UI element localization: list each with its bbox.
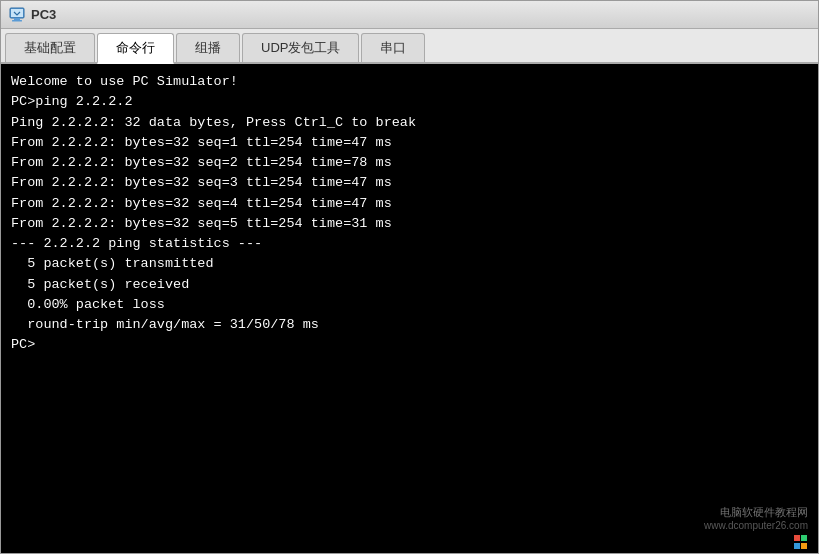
- terminal-wrapper: Welcome to use PC Simulator!PC>ping 2.2.…: [1, 64, 818, 553]
- terminal-line: 0.00% packet loss: [11, 295, 808, 315]
- tab-bar: 基础配置 命令行 组播 UDP发包工具 串口: [1, 29, 818, 64]
- terminal-line: From 2.2.2.2: bytes=32 seq=2 ttl=254 tim…: [11, 153, 808, 173]
- terminal-line: --- 2.2.2.2 ping statistics ---: [11, 234, 808, 254]
- terminal-output[interactable]: Welcome to use PC Simulator!PC>ping 2.2.…: [1, 64, 818, 553]
- terminal-line: PC>: [11, 335, 808, 355]
- terminal-line: 5 packet(s) received: [11, 275, 808, 295]
- title-bar: PC3: [1, 1, 818, 29]
- tab-udp-tool[interactable]: UDP发包工具: [242, 33, 359, 62]
- terminal-line: 5 packet(s) transmitted: [11, 254, 808, 274]
- tab-multicast[interactable]: 组播: [176, 33, 240, 62]
- window-title: PC3: [31, 7, 56, 22]
- computer-icon: [9, 7, 25, 23]
- terminal-line: PC>ping 2.2.2.2: [11, 92, 808, 112]
- main-window: PC3 基础配置 命令行 组播 UDP发包工具 串口 Welcome to us…: [0, 0, 819, 554]
- svg-rect-2: [12, 20, 22, 22]
- terminal-line: From 2.2.2.2: bytes=32 seq=4 ttl=254 tim…: [11, 194, 808, 214]
- terminal-line: Welcome to use PC Simulator!: [11, 72, 808, 92]
- tab-command-line[interactable]: 命令行: [97, 33, 174, 64]
- svg-rect-1: [14, 18, 20, 20]
- terminal-line: From 2.2.2.2: bytes=32 seq=3 ttl=254 tim…: [11, 173, 808, 193]
- tab-basic-config[interactable]: 基础配置: [5, 33, 95, 62]
- tab-serial[interactable]: 串口: [361, 33, 425, 62]
- terminal-line: Ping 2.2.2.2: 32 data bytes, Press Ctrl_…: [11, 113, 808, 133]
- terminal-line: From 2.2.2.2: bytes=32 seq=1 ttl=254 tim…: [11, 133, 808, 153]
- terminal-line: round-trip min/avg/max = 31/50/78 ms: [11, 315, 808, 335]
- terminal-line: From 2.2.2.2: bytes=32 seq=5 ttl=254 tim…: [11, 214, 808, 234]
